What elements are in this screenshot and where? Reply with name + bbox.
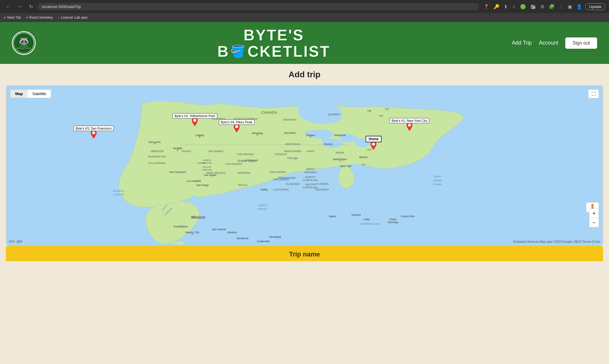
zoom-in-button[interactable]: + bbox=[589, 209, 599, 218]
app-header: 🦝 BYTE'SBUCKETLIST BYTE'S B🪣CKETLIST Add… bbox=[0, 22, 609, 64]
svg-text:OREGON: OREGON bbox=[150, 150, 164, 153]
svg-text:IDAHO: IDAHO bbox=[182, 150, 191, 153]
svg-text:Vancouver: Vancouver bbox=[148, 141, 161, 144]
reload-button[interactable]: ↻ bbox=[27, 3, 35, 10]
menu-icon[interactable]: ⋮ bbox=[558, 3, 565, 10]
svg-text:Dallas: Dallas bbox=[260, 188, 268, 191]
svg-point-109 bbox=[235, 125, 238, 128]
svg-text:Ocean: Ocean bbox=[433, 182, 442, 186]
svg-text:CALIFORNIA: CALIFORNIA bbox=[148, 161, 166, 165]
bookmark-learner-lab[interactable]: ● Learner Lab aws bbox=[58, 15, 88, 20]
nyc-label: Byte's #1, New York City bbox=[390, 118, 429, 123]
svg-text:CT: CT bbox=[362, 163, 365, 166]
map-attribution: Google bbox=[9, 239, 22, 243]
map-background: CANADA ALBERTA SASKATCHEWAN ONTARIO QUEB… bbox=[7, 86, 602, 245]
svg-text:OKLAHOMA: OKLAHOMA bbox=[270, 170, 287, 174]
settings-icon[interactable]: ⚙ bbox=[539, 3, 546, 10]
sidebar-icon[interactable]: ▣ bbox=[566, 3, 573, 10]
map-footer-text: Keyboard shortcuts Map data ©2023 Google… bbox=[513, 240, 600, 243]
svg-point-110 bbox=[372, 143, 375, 146]
svg-point-102 bbox=[257, 134, 258, 135]
svg-text:WYOMING: WYOMING bbox=[208, 150, 223, 153]
svg-text:Calgary: Calgary bbox=[195, 134, 204, 137]
svg-text:ALABAMA: ALABAMA bbox=[286, 182, 300, 185]
sf-label: Byte's #3, San Francisco bbox=[73, 126, 114, 131]
svg-text:OCEAN: OCEAN bbox=[113, 193, 124, 196]
svg-text:Mexico: Mexico bbox=[258, 207, 267, 210]
satellite-view-button[interactable]: Satellite bbox=[28, 90, 51, 98]
svg-text:Guadalajara: Guadalajara bbox=[173, 225, 188, 228]
back-button[interactable]: ← bbox=[4, 3, 12, 10]
svg-text:Santo: Santo bbox=[390, 218, 396, 221]
svg-text:Caribbean Sea: Caribbean Sea bbox=[360, 222, 379, 225]
puzzle-icon[interactable]: 🧩 bbox=[547, 3, 556, 10]
trip-name-bar: Trip name bbox=[6, 246, 603, 261]
svg-text:KANSAS: KANSAS bbox=[275, 152, 287, 156]
svg-text:OHIO: OHIO bbox=[307, 150, 314, 153]
svg-text:Chicago: Chicago bbox=[287, 156, 298, 160]
svg-text:PE: PE bbox=[379, 114, 383, 117]
svg-text:Guatemala: Guatemala bbox=[257, 240, 270, 243]
svg-text:Domingo: Domingo bbox=[388, 221, 398, 224]
svg-text:DAKOTA: DAKOTA bbox=[202, 168, 212, 171]
react-icon: ■ bbox=[26, 15, 28, 20]
logo-inner: 🦝 BYTE'SBUCKETLIST bbox=[13, 33, 34, 53]
map-container[interactable]: CANADA ALBERTA SASKATCHEWAN ONTARIO QUEB… bbox=[6, 85, 603, 246]
home-label: Home bbox=[366, 136, 382, 142]
update-button[interactable]: Update bbox=[585, 3, 605, 10]
svg-text:San Francisco: San Francisco bbox=[169, 171, 186, 174]
svg-text:COLORADO: COLORADO bbox=[237, 152, 254, 156]
svg-text:Seattle: Seattle bbox=[173, 147, 182, 150]
svg-point-70 bbox=[310, 136, 311, 138]
star-icon[interactable]: ☆ bbox=[511, 3, 517, 10]
bookmark-react[interactable]: ■ React berkeley bbox=[26, 15, 53, 20]
page-title: Add trip bbox=[0, 64, 609, 85]
key-icon[interactable]: 🔑 bbox=[492, 3, 501, 10]
zoom-out-button[interactable]: − bbox=[589, 218, 599, 227]
svg-text:Boston: Boston bbox=[360, 156, 368, 159]
url-bar[interactable]: localhost:3000/addTrip bbox=[38, 3, 479, 10]
svg-point-107 bbox=[408, 124, 411, 127]
map-zoom-controls: + − bbox=[589, 209, 599, 227]
account-nav-link[interactable]: Account bbox=[539, 40, 558, 46]
svg-text:GEORGIA: GEORGIA bbox=[315, 188, 329, 191]
browser-actions: 📍 🔑 ⬆ ☆ 🟢 📚 ⚙ 🧩 ⋮ ▣ 👤 Update bbox=[482, 3, 605, 10]
extension2-icon[interactable]: 📚 bbox=[529, 3, 537, 10]
svg-text:NORTH: NORTH bbox=[203, 159, 211, 162]
map-toggle: Map Satellite bbox=[10, 89, 51, 98]
svg-text:Cuba: Cuba bbox=[363, 218, 370, 221]
svg-text:CANADA: CANADA bbox=[261, 110, 277, 115]
logo[interactable]: 🦝 BYTE'SBUCKETLIST bbox=[12, 31, 36, 55]
svg-point-100 bbox=[199, 136, 200, 138]
trip-name-label: Trip name bbox=[12, 250, 597, 258]
svg-text:TEXAS: TEXAS bbox=[238, 184, 247, 187]
yellowstone-pin-icon bbox=[192, 117, 198, 126]
extension1-icon[interactable]: 🟢 bbox=[519, 3, 527, 10]
svg-text:Miami: Miami bbox=[329, 215, 336, 218]
svg-text:San Diego: San Diego bbox=[197, 184, 209, 187]
svg-text:New York: New York bbox=[340, 165, 351, 168]
title-cketlist: CKETLIST bbox=[247, 44, 330, 59]
svg-text:PACIFIC: PACIFIC bbox=[113, 190, 124, 193]
svg-text:Winnipeg: Winnipeg bbox=[252, 132, 263, 135]
location-icon[interactable]: 📍 bbox=[482, 3, 491, 10]
svg-text:NS: NS bbox=[385, 108, 389, 111]
map-view-button[interactable]: Map bbox=[10, 90, 28, 98]
learner-lab-icon: ● bbox=[58, 15, 60, 20]
svg-text:Mexico City: Mexico City bbox=[186, 231, 200, 234]
svg-text:Atlantic: Atlantic bbox=[432, 179, 442, 182]
share-icon[interactable]: ⬆ bbox=[503, 3, 509, 10]
svg-text:QUEBEC: QUEBEC bbox=[328, 113, 340, 116]
add-trip-nav-link[interactable]: Add Trip bbox=[512, 40, 532, 46]
profile-icon[interactable]: 👤 bbox=[575, 3, 583, 10]
svg-text:TENNESSEE: TENNESSEE bbox=[278, 176, 296, 179]
svg-text:WISCONSIN: WISCONSIN bbox=[284, 150, 301, 153]
map-fullscreen-button[interactable]: ⛶ bbox=[588, 89, 599, 98]
svg-point-50 bbox=[177, 150, 178, 151]
forward-button[interactable]: → bbox=[15, 3, 24, 10]
svg-point-98 bbox=[154, 143, 155, 144]
bookmark-new-tab[interactable]: + New Tab bbox=[4, 15, 21, 20]
app-title: BYTE'S B🪣CKETLIST bbox=[217, 27, 330, 59]
sign-out-button[interactable]: Sign out bbox=[565, 37, 597, 49]
svg-text:SOUTH: SOUTH bbox=[203, 166, 211, 168]
